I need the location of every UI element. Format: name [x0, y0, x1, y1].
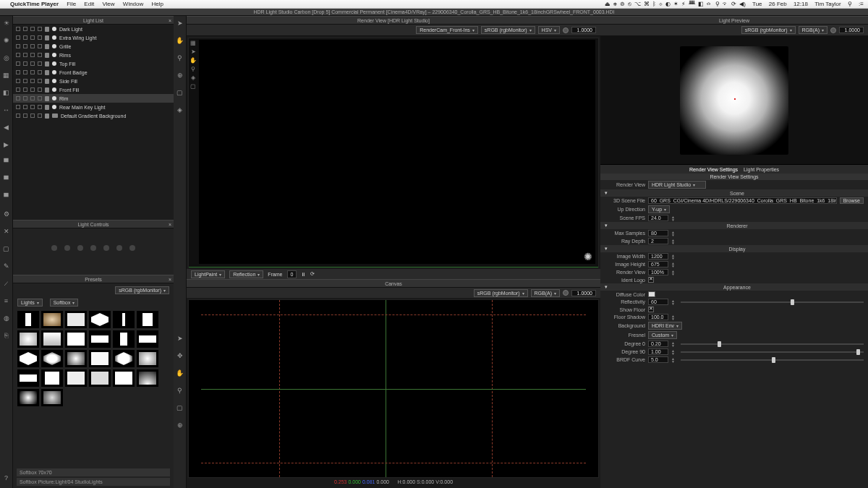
tab-renderview-settings[interactable]: Render View Settings [689, 167, 738, 172]
height-field[interactable]: 675 [648, 261, 668, 267]
light-row[interactable]: Side Fill [13, 77, 174, 85]
deg0-field[interactable]: 0.20 [648, 341, 668, 347]
mode-dropdown[interactable]: HSV [538, 26, 560, 34]
preset-thumb[interactable] [65, 311, 87, 328]
canvas-channel-dropdown[interactable]: RGB(A) [531, 289, 561, 297]
control-knob[interactable] [129, 245, 135, 251]
app-menu-file[interactable]: File [67, 1, 76, 7]
stepper-arrows[interactable]: ▲▼ [671, 357, 675, 363]
preset-thumb[interactable] [41, 369, 63, 387]
presets-type-dropdown[interactable]: Softbox [50, 299, 79, 307]
showfloor-checkbox[interactable] [648, 307, 654, 312]
light-preview-viewport[interactable] [600, 36, 868, 165]
cv-tool-target-icon[interactable]: ⊕ [176, 71, 184, 80]
cv-tool-frame2-icon[interactable]: ▢ [176, 403, 184, 412]
canvas-exposure-knob[interactable] [563, 290, 569, 296]
tool-disk-icon[interactable]: ◍ [2, 314, 11, 322]
deg90-field[interactable]: 1.00 [648, 348, 668, 355]
cv-tool-zoom2-icon[interactable]: ⚲ [176, 386, 184, 395]
stepper-arrows[interactable]: ▲▼ [671, 231, 675, 236]
panel-close-icon[interactable]: × [169, 275, 171, 284]
app-menu-view[interactable]: View [102, 1, 114, 7]
tool-arrow-icon[interactable]: ↔ [2, 106, 11, 114]
panel-close-icon[interactable]: × [169, 221, 171, 229]
rv-icon-1[interactable]: ▦ [190, 40, 196, 46]
stepper-arrows[interactable]: ▲▼ [671, 254, 675, 260]
notification-center-icon[interactable]: :≡ [859, 1, 864, 7]
app-menu-appname[interactable]: QuickTime Player [10, 1, 59, 7]
tool-bar1-icon[interactable]: ▀ [2, 158, 11, 166]
preset-thumb[interactable] [41, 330, 63, 348]
rv-icon-3[interactable]: ✋ [190, 57, 197, 64]
section-toggle-icon[interactable]: ▾ [605, 190, 608, 196]
preset-thumb[interactable] [113, 350, 135, 367]
menubar-user[interactable]: Tim Taylor [814, 1, 841, 7]
preset-thumb[interactable] [113, 330, 135, 348]
renderview-select[interactable]: HDR Light Studio [648, 181, 706, 189]
frame-value[interactable]: 0 [287, 270, 297, 278]
preset-thumb[interactable] [65, 330, 87, 348]
cv-tool-pointer2-icon[interactable]: ➤ [176, 334, 184, 343]
tool-spot-icon[interactable]: ✺ [2, 36, 11, 45]
light-row[interactable]: Rear Main Key Light [13, 103, 174, 111]
light-row[interactable]: Front Badge [13, 68, 174, 77]
stepper-arrows[interactable]: ▲▼ [671, 349, 675, 355]
maxsamples-field[interactable]: 80 [648, 230, 668, 236]
width-field[interactable]: 1200 [648, 253, 668, 260]
canvas-colorspace-dropdown[interactable]: sRGB (rgbMonitor) [474, 289, 528, 297]
cv-tool-hand-icon[interactable]: ✋ [176, 36, 184, 45]
preset-thumb[interactable] [137, 350, 158, 367]
preview-channel-dropdown[interactable]: RGB(A) [799, 26, 828, 34]
tool-frame-icon[interactable]: ▢ [2, 244, 11, 253]
help-icon[interactable]: ? [2, 474, 11, 482]
idlogo-checkbox[interactable] [648, 277, 654, 283]
tool-gear-icon[interactable]: ⚙ [2, 210, 11, 218]
scenefile-field[interactable]: 60_GRS_CGI/Cinema 4D/HDRLS/229006340_Cor… [648, 197, 837, 204]
menubar-time[interactable]: 12:18 [793, 1, 808, 7]
camera-dropdown[interactable]: RenderCam_Front-Ins [416, 26, 478, 34]
light-row[interactable]: Top Fill [13, 59, 174, 68]
preset-thumb[interactable] [137, 330, 158, 348]
tool-fwd-icon[interactable]: ▶ [2, 140, 11, 149]
tab-light-properties[interactable]: Light Properties [744, 167, 779, 172]
menubar-status-icons[interactable]: ⏏⎈⊚⎋⌥⌘ᛒ⟐◐✶⚡︎ᚙ◧ᯅ⚲ᯤ⟳◀) [602, 1, 747, 7]
light-row[interactable]: Rims [13, 51, 174, 59]
raydepth-field[interactable]: 2 [648, 238, 668, 244]
preset-thumb[interactable] [113, 311, 135, 328]
brdf-slider[interactable] [681, 359, 864, 361]
preset-thumb[interactable] [17, 389, 39, 406]
control-knob[interactable] [51, 245, 57, 251]
deg90-slider[interactable] [681, 351, 864, 353]
tool-back-icon[interactable]: ◀ [2, 123, 11, 132]
rv-icon-5[interactable]: ◈ [191, 74, 195, 81]
background-dropdown[interactable]: HDRI Env [648, 322, 682, 330]
render-viewport[interactable]: ▦ ➤ ✋ ⚲ ◈ ▢ ✺ [188, 38, 599, 267]
stepper-arrows[interactable]: ▲▼ [671, 270, 675, 275]
section-toggle-icon[interactable]: ▾ [605, 223, 608, 228]
cv-tool-sample-icon[interactable]: ◈ [176, 106, 184, 114]
stepper-arrows[interactable]: ▲▼ [671, 314, 675, 320]
app-menu-window[interactable]: Window [123, 1, 143, 7]
reflect-slider[interactable] [681, 301, 864, 303]
preset-thumb[interactable] [17, 330, 39, 348]
pause-icon[interactable]: ⏸ [301, 272, 306, 277]
updir-dropdown[interactable]: Y-up [648, 205, 670, 213]
stepper-arrows[interactable]: ▲▼ [671, 215, 675, 221]
preset-thumb[interactable] [113, 369, 135, 387]
tool-image-icon[interactable]: ▦ [2, 71, 11, 80]
preset-thumb[interactable] [89, 369, 111, 387]
cv-tool-hand2-icon[interactable]: ✋ [176, 369, 184, 377]
light-row[interactable]: Grille [13, 42, 174, 51]
control-knob[interactable] [103, 245, 109, 251]
section-toggle-icon[interactable]: ▾ [605, 284, 608, 290]
tool-bar3-icon[interactable]: ▀ [2, 192, 11, 201]
cv-tool-move-icon[interactable]: ✥ [176, 351, 184, 360]
fresnel-dropdown[interactable]: Custom [648, 331, 677, 339]
control-knob[interactable] [90, 245, 96, 251]
cv-tool-target2-icon[interactable]: ⊕ [176, 421, 184, 429]
tool-menu-icon[interactable]: ≡ [2, 296, 11, 305]
floorshadow-field[interactable]: 100.0 [648, 314, 668, 320]
tool-wand-icon[interactable]: ✎ [2, 262, 11, 270]
light-row[interactable]: Front Fill [13, 85, 174, 94]
diffuse-swatch[interactable] [648, 291, 655, 297]
